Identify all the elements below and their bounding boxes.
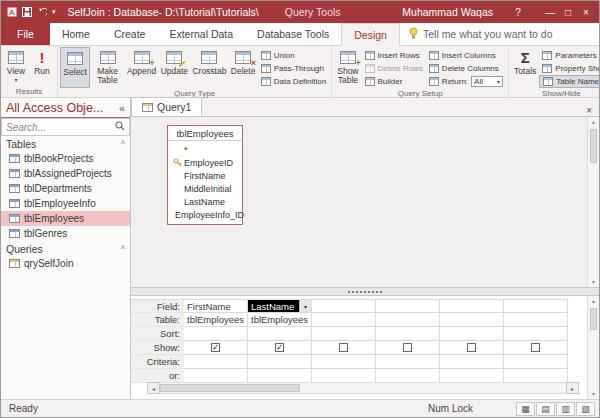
search-box[interactable] bbox=[1, 118, 130, 136]
show-checkbox[interactable] bbox=[531, 343, 540, 352]
pass-through-button[interactable]: Pass-Through bbox=[258, 62, 329, 75]
table-cell[interactable] bbox=[440, 313, 504, 327]
delete-query-button[interactable]: × Delete bbox=[229, 47, 258, 88]
minimize-icon[interactable]: — bbox=[541, 7, 559, 18]
nav-item-tblAssignedProjects[interactable]: tblAssignedProjects bbox=[1, 166, 130, 181]
sort-cell[interactable] bbox=[312, 327, 376, 341]
nav-item-tblBookProjects[interactable]: tblBookProjects bbox=[1, 151, 130, 166]
nav-item-tblGenres[interactable]: tblGenres bbox=[1, 226, 130, 241]
help-icon[interactable]: ? bbox=[509, 7, 527, 18]
field-cell[interactable] bbox=[440, 299, 504, 313]
or-cell[interactable] bbox=[504, 369, 568, 383]
sort-cell[interactable] bbox=[440, 327, 504, 341]
or-cell[interactable] bbox=[376, 369, 440, 383]
show-checkbox-cell[interactable] bbox=[376, 341, 440, 355]
tab-database-tools[interactable]: Database Tools bbox=[245, 22, 341, 45]
sql-view-button[interactable]: ▥ bbox=[556, 402, 575, 416]
close-document-icon[interactable]: × bbox=[579, 105, 599, 116]
table-cell[interactable] bbox=[376, 313, 440, 327]
insert-columns-button[interactable]: Insert Columns bbox=[426, 49, 506, 62]
field-item-middleinitial[interactable]: MiddleInitial bbox=[168, 182, 242, 195]
show-checkbox[interactable]: ✓ bbox=[211, 343, 220, 352]
tab-create[interactable]: Create bbox=[102, 22, 158, 45]
field-cell[interactable] bbox=[376, 299, 440, 313]
update-button[interactable]: Update bbox=[158, 47, 190, 88]
scroll-down-icon[interactable]: ▾ bbox=[592, 389, 595, 399]
criteria-cell[interactable] bbox=[504, 355, 568, 369]
show-checkbox-cell[interactable]: ✓ bbox=[184, 341, 248, 355]
or-cell[interactable] bbox=[312, 369, 376, 383]
field-item-employeeinfo-id[interactable]: EmployeeInfo_ID bbox=[168, 208, 242, 221]
parameters-button[interactable]: Parameters bbox=[539, 49, 600, 62]
show-checkbox[interactable] bbox=[467, 343, 476, 352]
account-user-name[interactable]: Muhammad Waqas bbox=[402, 6, 493, 18]
criteria-cell[interactable] bbox=[312, 355, 376, 369]
view-button[interactable]: View ▾ bbox=[3, 47, 29, 86]
field-cell[interactable]: FirstName bbox=[184, 299, 248, 313]
collapse-pane-icon[interactable]: « bbox=[119, 102, 125, 114]
design-vertical-scrollbar[interactable]: ▴ ▾ bbox=[587, 117, 599, 287]
nav-item-tblEmployeeInfo[interactable]: tblEmployeeInfo bbox=[1, 196, 130, 211]
save-icon[interactable] bbox=[22, 7, 32, 17]
field-item-employeeid[interactable]: EmployeeID bbox=[168, 156, 242, 169]
tell-me-box[interactable]: Tell me what you want to do bbox=[408, 22, 553, 45]
pane-splitter[interactable] bbox=[131, 287, 599, 296]
field-cell-selected[interactable]: LastName ▾ bbox=[248, 299, 312, 313]
run-button[interactable]: ! Run bbox=[29, 47, 55, 86]
nav-item-qrySelfJoin[interactable]: qrySelfJoin bbox=[1, 256, 130, 271]
or-cell[interactable] bbox=[184, 369, 248, 383]
criteria-cell[interactable] bbox=[376, 355, 440, 369]
scroll-down-icon[interactable]: ▾ bbox=[592, 277, 595, 287]
search-input[interactable] bbox=[6, 122, 115, 133]
append-button[interactable]: + Append bbox=[125, 47, 159, 88]
tab-query1[interactable]: Query1 bbox=[131, 97, 202, 116]
show-checkbox-cell[interactable] bbox=[440, 341, 504, 355]
field-item-asterisk[interactable]: * bbox=[168, 143, 242, 156]
delete-rows-button[interactable]: Delete Rows bbox=[362, 62, 426, 75]
tab-home[interactable]: Home bbox=[50, 22, 102, 45]
tab-external-data[interactable]: External Data bbox=[157, 22, 245, 45]
union-button[interactable]: Union bbox=[258, 49, 329, 62]
table-cell[interactable]: tblEmployees bbox=[184, 313, 248, 327]
scroll-up-icon[interactable]: ▴ bbox=[592, 117, 595, 127]
table-cell[interactable] bbox=[312, 313, 376, 327]
field-list-title[interactable]: tblEmployees bbox=[168, 126, 242, 141]
or-cell[interactable] bbox=[440, 369, 504, 383]
or-cell[interactable] bbox=[248, 369, 312, 383]
query-design-surface[interactable]: tblEmployees * EmployeeID FirstName Midd… bbox=[131, 117, 599, 287]
show-checkbox[interactable] bbox=[339, 343, 348, 352]
splitter-handle[interactable] bbox=[348, 291, 382, 293]
select-query-button[interactable]: Select bbox=[60, 47, 90, 88]
dropdown-icon[interactable]: ▾ bbox=[299, 300, 311, 312]
scroll-left-icon[interactable]: ◂ bbox=[147, 382, 160, 394]
totals-button[interactable]: Σ Totals bbox=[511, 47, 539, 88]
data-definition-button[interactable]: Data Definition bbox=[258, 75, 329, 88]
field-cell[interactable] bbox=[504, 299, 568, 313]
grid-vertical-scrollbar[interactable]: ▴ ▾ bbox=[587, 296, 599, 399]
criteria-cell[interactable] bbox=[440, 355, 504, 369]
nav-item-tblEmployees[interactable]: tblEmployees bbox=[1, 211, 130, 226]
scroll-up-icon[interactable]: ▴ bbox=[592, 296, 595, 306]
nav-item-tblDepartments[interactable]: tblDepartments bbox=[1, 181, 130, 196]
table-cell[interactable]: tblEmployees bbox=[248, 313, 312, 327]
criteria-cell[interactable] bbox=[184, 355, 248, 369]
crosstab-button[interactable]: Crosstab bbox=[190, 47, 228, 88]
tab-design[interactable]: Design bbox=[341, 23, 400, 46]
delete-columns-button[interactable]: Delete Columns bbox=[426, 62, 506, 75]
tab-file[interactable]: File bbox=[1, 22, 50, 45]
builder-button[interactable]: Builder bbox=[362, 75, 426, 88]
table-cell[interactable] bbox=[504, 313, 568, 327]
sort-cell[interactable] bbox=[504, 327, 568, 341]
close-icon[interactable]: × bbox=[577, 7, 595, 18]
maximize-icon[interactable]: □ bbox=[559, 7, 577, 18]
show-checkbox[interactable] bbox=[403, 343, 412, 352]
pivot-view-button[interactable]: ▤ bbox=[536, 402, 555, 416]
scroll-right-icon[interactable]: ▸ bbox=[566, 382, 579, 394]
show-checkbox[interactable]: ✓ bbox=[275, 343, 284, 352]
field-item-firstname[interactable]: FirstName bbox=[168, 169, 242, 182]
sort-cell[interactable] bbox=[248, 327, 312, 341]
field-cell[interactable] bbox=[312, 299, 376, 313]
criteria-cell[interactable] bbox=[248, 355, 312, 369]
table-names-button[interactable]: Table Names bbox=[539, 75, 600, 88]
show-checkbox-cell[interactable] bbox=[504, 341, 568, 355]
